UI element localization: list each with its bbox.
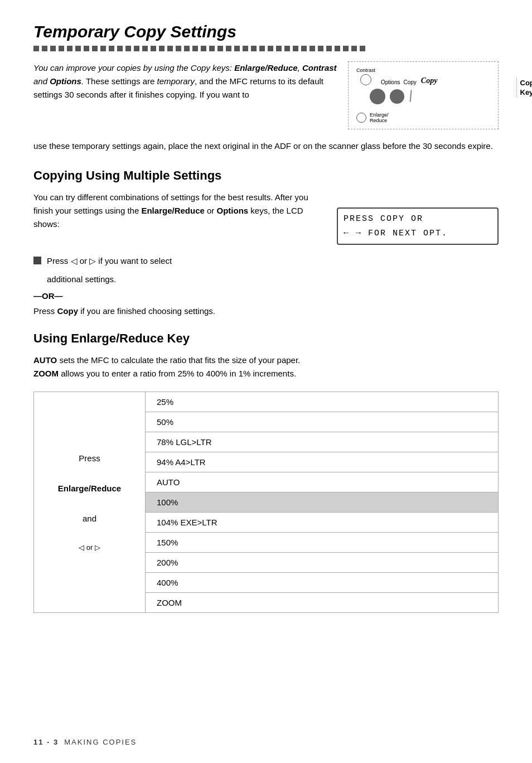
copy-italic: Copy — [421, 76, 438, 85]
copy-button — [390, 89, 404, 104]
copy-label-small: Copy — [403, 79, 416, 85]
footer-chapter: MAKING COPIES — [64, 738, 137, 746]
table-row: 78% LGL>LTR — [146, 432, 498, 452]
table-nav-arrows: ◁ or ▷ — [79, 541, 100, 554]
table-left: Press Enlarge/Reduce and ◁ or ▷ — [34, 392, 146, 612]
table-row: 94% A4>LTR — [146, 452, 498, 472]
bullet-item: Press ◁ or ▷ if you want to select — [33, 255, 499, 268]
copy-bold: Copy — [57, 306, 79, 316]
table-enlarge-reduce-label: Enlarge/Reduce — [58, 481, 121, 496]
dot-separator — [33, 46, 499, 51]
multi-settings-text: You can try different combinations of se… — [33, 191, 323, 245]
or-line: —OR— — [33, 291, 499, 301]
auto-label: AUTO — [33, 355, 57, 365]
full-text: use these temporary settings again, plac… — [33, 139, 499, 153]
intro-section: You can improve your copies by using the… — [33, 61, 499, 129]
intro-text: You can improve your copies by using the… — [33, 61, 337, 129]
table-row-highlighted: 100% — [146, 492, 498, 513]
table-row: ZOOM — [146, 593, 498, 612]
bullet-square — [33, 257, 41, 264]
enlarge-reduce-table: Press Enlarge/Reduce and ◁ or ▷ 25% 50% … — [33, 392, 499, 613]
table-row: AUTO — [146, 472, 498, 492]
lcd-line2: ← → FOR NEXT OPT. — [344, 226, 492, 241]
bullet-section: Press ◁ or ▷ if you want to select addit… — [33, 255, 499, 316]
copy-keys-diagram: Contrast Options Copy Copy / Enlarge/Red… — [348, 61, 499, 129]
intro-options: Options — [50, 76, 81, 86]
intro-contrast: Contrast — [302, 63, 337, 73]
intro-enlarge-reduce: Enlarge/Reduce — [234, 63, 297, 73]
page-title: Temporary Copy Settings — [33, 22, 499, 41]
enlarge-desc: AUTO sets the MFC to calculate the ratio… — [33, 354, 499, 380]
ck-row1: / — [370, 88, 413, 105]
table-row: 104% EXE>LTR — [146, 513, 498, 533]
options-bold: Options — [217, 206, 249, 215]
table-and-label: and — [83, 511, 96, 526]
indented-text: additional settings. — [33, 273, 499, 286]
multi-settings-section: You can try different combinations of se… — [33, 191, 499, 245]
lcd-display: PRESS COPY OR ← → FOR NEXT OPT. — [337, 207, 499, 245]
bullet-text: Press ◁ or ▷ if you want to select — [47, 255, 172, 268]
zoom-label: ZOOM — [33, 369, 59, 378]
section2-heading: Using Enlarge/Reduce Key — [33, 331, 499, 346]
table-row: 150% — [146, 533, 498, 553]
contrast-circle — [360, 74, 371, 85]
enlarge-label: Enlarge/Reduce — [370, 112, 389, 123]
copy-keys-label: CopyKeys — [516, 79, 533, 98]
enlarge-reduce-bold: Enlarge/Reduce — [141, 206, 204, 215]
intro-temporary: temporary — [157, 76, 195, 86]
table-right: 25% 50% 78% LGL>LTR 94% A4>LTR AUTO 100%… — [146, 392, 498, 612]
options-label: Options — [381, 79, 400, 85]
footer-page-number: 11 - 3 — [33, 738, 59, 746]
table-row: 50% — [146, 412, 498, 432]
slash-decoration: / — [407, 88, 414, 106]
table-row: 200% — [146, 553, 498, 573]
page-footer: 11 - 3 MAKING COPIES — [33, 738, 137, 746]
section1-heading: Copying Using Multiple Settings — [33, 168, 499, 183]
ck-row2: Enlarge/Reduce — [356, 112, 389, 123]
lcd-line1: PRESS COPY OR — [344, 212, 492, 226]
table-row: 400% — [146, 573, 498, 593]
table-row: 25% — [146, 392, 498, 412]
contrast-label: Contrast — [356, 67, 375, 73]
enlarge-circle — [356, 113, 366, 123]
table-press-label: Press — [79, 451, 100, 466]
press-copy-line: Press Copy if you are finished choosing … — [33, 306, 499, 316]
options-button — [370, 89, 385, 104]
